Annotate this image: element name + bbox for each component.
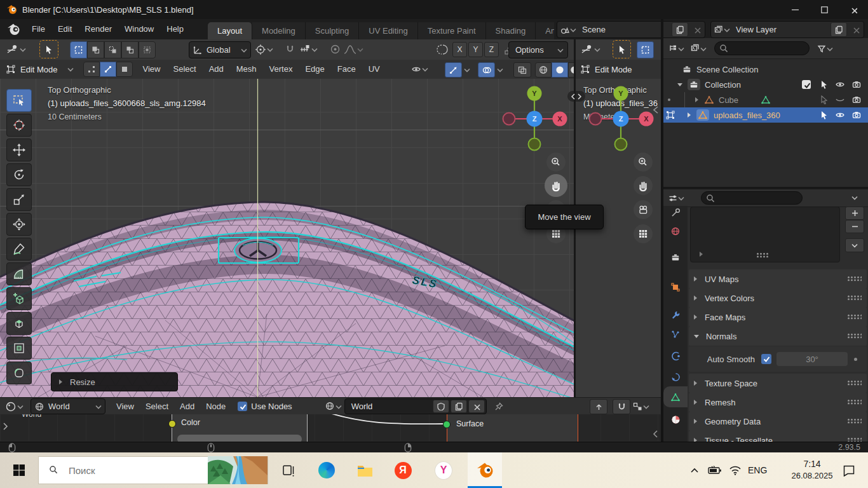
taskbar-search-box[interactable] — [38, 456, 268, 484]
menu-edge[interactable]: Edge — [299, 60, 330, 79]
go-parent-node-button[interactable] — [590, 399, 607, 414]
area-border-main[interactable] — [661, 19, 663, 442]
pin-icon[interactable] — [494, 402, 503, 411]
panel-normals[interactable]: Normals — [689, 327, 867, 346]
filter-dropdown[interactable] — [817, 44, 833, 53]
scene-new-button[interactable] — [672, 22, 688, 37]
fake-user-button[interactable] — [433, 400, 449, 413]
tool-add-cube[interactable] — [6, 287, 32, 310]
start-button[interactable] — [10, 461, 28, 479]
row-active-object[interactable]: uploads_files_360 — [663, 107, 868, 123]
world-name-field[interactable]: World — [344, 398, 487, 414]
scene-unlink-button[interactable] — [689, 23, 705, 36]
task-view-button[interactable] — [280, 461, 297, 479]
color-socket[interactable] — [168, 420, 176, 428]
expand-arrow[interactable] — [677, 83, 682, 86]
surface-socket[interactable] — [443, 421, 451, 428]
panel-remesh[interactable]: Remesh — [689, 393, 867, 412]
select-invert-button[interactable] — [121, 41, 139, 58]
select-subtract-button[interactable] — [104, 41, 121, 58]
wireframe-shading-button[interactable] — [535, 62, 552, 78]
area-border-horizontal[interactable] — [663, 187, 868, 189]
move-view-button[interactable] — [545, 174, 567, 197]
selectable-icon[interactable] — [820, 80, 828, 89]
close-button[interactable] — [839, 0, 868, 19]
tool-extrude[interactable] — [6, 312, 32, 335]
xray-toggle-button[interactable] — [513, 62, 531, 78]
tab-texture-paint[interactable]: Texture Paint — [418, 22, 486, 39]
properties-search[interactable] — [701, 191, 803, 205]
selectable-icon[interactable] — [820, 111, 828, 119]
wifi-icon[interactable] — [727, 461, 743, 479]
active-tool-button[interactable] — [39, 40, 58, 58]
active-tool-button[interactable] — [613, 40, 631, 58]
drag-grip[interactable] — [848, 334, 862, 339]
menu-edit[interactable]: Edit — [51, 20, 78, 39]
tool-measure[interactable] — [6, 262, 32, 285]
panel-vertex-colors[interactable]: Vertex Colors — [689, 288, 867, 308]
orientation-value[interactable]: Global — [207, 45, 240, 55]
tool-cursor[interactable] — [6, 114, 32, 137]
menu-file[interactable]: File — [25, 20, 51, 39]
battery-icon[interactable] — [707, 461, 723, 479]
scene-selector[interactable]: Scene — [557, 21, 705, 38]
render-camera-icon[interactable] — [852, 95, 862, 105]
search-daily-image[interactable] — [208, 456, 268, 484]
drag-grip[interactable] — [848, 381, 862, 386]
edge-select-button[interactable] — [100, 62, 116, 77]
tab-shading[interactable]: Shading — [486, 22, 536, 39]
world-name-value[interactable]: World — [351, 402, 433, 411]
tab-animation[interactable]: Ani — [536, 22, 554, 39]
drag-grip[interactable] — [848, 419, 862, 424]
use-nodes-checkbox[interactable] — [238, 402, 247, 411]
magnet-icon[interactable] — [285, 44, 295, 55]
drag-grip[interactable] — [848, 400, 862, 405]
animate-dot[interactable] — [854, 358, 857, 361]
shader-type-dropdown[interactable]: World — [31, 398, 105, 414]
auto-smooth-angle-field[interactable]: 30° — [776, 352, 848, 366]
chevron-down-icon[interactable] — [851, 194, 859, 202]
region-collapse-arrow[interactable] — [652, 105, 660, 114]
select-intersect-button[interactable] — [139, 41, 156, 58]
move-view-button[interactable] — [634, 176, 653, 195]
tab-constraints[interactable] — [663, 367, 688, 386]
outliner-search[interactable] — [714, 41, 810, 55]
list-specials-button[interactable] — [845, 238, 864, 252]
mode-selector[interactable]: Edit Mode — [20, 65, 58, 74]
background-node[interactable]: Color — [172, 414, 308, 442]
expand-arrow[interactable] — [688, 112, 691, 118]
tool-annotate[interactable] — [6, 238, 32, 261]
blender-menu-icon[interactable] — [6, 22, 20, 36]
sidebar-toggle-arrow[interactable] — [2, 422, 10, 431]
view-layer-remove-button[interactable] — [848, 23, 864, 36]
edge-browser-icon[interactable] — [318, 461, 336, 479]
list-add-button[interactable] — [845, 207, 864, 220]
view-layer-new-button[interactable] — [831, 22, 847, 37]
render-camera-icon[interactable] — [852, 80, 862, 90]
yandex-start-icon[interactable]: Y — [435, 461, 452, 479]
list-resize-grip[interactable] — [757, 253, 768, 258]
panel-texture-space[interactable]: Texture Space — [689, 374, 867, 393]
proportional-edit-controls[interactable] — [330, 41, 364, 57]
options-dropdown[interactable]: Options — [508, 41, 568, 58]
menu-vertex[interactable]: Vertex — [263, 60, 299, 79]
tab-physics[interactable] — [663, 346, 688, 365]
search-input[interactable] — [67, 464, 184, 477]
menu-select[interactable]: Select — [140, 398, 174, 415]
minimize-button[interactable] — [780, 0, 810, 19]
menu-window[interactable]: Window — [118, 20, 160, 39]
snap-target-icon[interactable] — [299, 44, 311, 55]
menu-add[interactable]: Add — [174, 398, 200, 415]
tool-scale[interactable] — [6, 188, 32, 211]
new-datablock-button[interactable] — [451, 400, 467, 413]
shader-editor-canvas[interactable]: World Color Surface — [0, 414, 661, 442]
properties-context-dropdown[interactable] — [668, 194, 684, 203]
chevron-down-icon[interactable] — [67, 65, 74, 73]
snap-mode-dropdown[interactable] — [633, 402, 650, 411]
face-select-button[interactable] — [116, 62, 133, 77]
panel-face-maps[interactable]: Face Maps — [689, 308, 867, 327]
blender-taskbar-tile[interactable] — [468, 452, 502, 488]
operator-panel[interactable]: Resize — [51, 372, 178, 391]
active-tool-dropdown[interactable] — [581, 41, 601, 58]
unlink-datablock-button[interactable] — [468, 400, 485, 413]
